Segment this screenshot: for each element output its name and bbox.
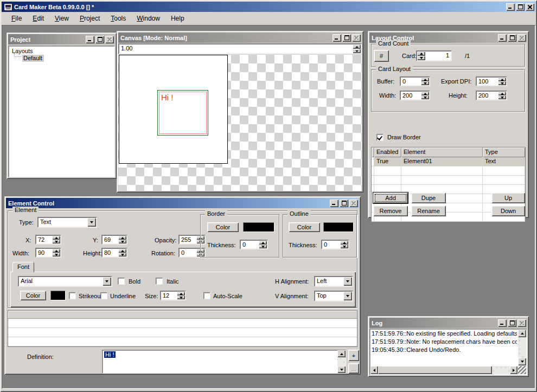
log-maximize-button[interactable]	[508, 319, 516, 327]
definition-scroll-down-button[interactable]	[337, 366, 346, 373]
size-down-button[interactable]	[177, 295, 185, 299]
export-dpi-field[interactable]: 100	[476, 76, 507, 86]
x-field[interactable]: 72	[35, 235, 61, 245]
size-value[interactable]: 12	[161, 292, 177, 299]
definition-scroll-track[interactable]	[337, 357, 346, 366]
outline-thickness-value[interactable]: 0	[322, 241, 340, 248]
main-title-bar[interactable]: Card Maker Beta 0.99.0.0 [] *	[2, 2, 535, 12]
log-minimize-button[interactable]	[498, 319, 507, 327]
layout-maximize-button[interactable]	[508, 34, 516, 42]
opacity-value[interactable]: 255	[180, 236, 196, 243]
tab-font[interactable]: Font	[12, 262, 34, 272]
height-down-button[interactable]	[498, 95, 506, 99]
size-up-button[interactable]	[177, 292, 185, 295]
canvas-maximize-button[interactable]	[342, 34, 351, 42]
project-tree[interactable]: Layouts Default	[8, 46, 115, 177]
menu-window[interactable]: Window	[131, 13, 165, 24]
menu-view[interactable]: View	[49, 13, 74, 24]
font-family-dropdown-button[interactable]	[103, 277, 111, 286]
definition-scrollbar[interactable]	[337, 350, 346, 373]
log-resize-grip[interactable]	[518, 366, 526, 374]
border-color-button[interactable]: Color	[207, 222, 239, 232]
hash-button[interactable]: #	[374, 50, 389, 62]
height-up-button[interactable]	[498, 92, 506, 95]
outline-color-button[interactable]: Color	[289, 222, 320, 232]
outline-thickness-field[interactable]: 0	[321, 240, 349, 249]
x-value[interactable]: 72	[36, 236, 52, 243]
data-list-row[interactable]	[8, 328, 357, 337]
log-horizontal-thumb[interactable]	[378, 366, 492, 374]
buffer-down-button[interactable]	[421, 81, 429, 85]
y-up-button[interactable]	[118, 236, 126, 240]
el-height-field[interactable]: 80	[101, 248, 127, 258]
log-scroll-down-button[interactable]	[518, 358, 526, 365]
project-maximize-button[interactable]	[95, 36, 104, 43]
log-scroll-right-button[interactable]	[510, 366, 517, 374]
project-minimize-button[interactable]	[86, 36, 94, 43]
up-button[interactable]: Up	[491, 192, 525, 203]
element-maximize-button[interactable]	[340, 200, 348, 207]
h-alignment-dropdown-button[interactable]	[343, 277, 352, 286]
cell-enabled[interactable]: True	[374, 157, 401, 166]
el-width-field[interactable]: 90	[35, 248, 61, 258]
log-scroll-up-button[interactable]	[518, 330, 526, 337]
card-preview[interactable]: Hi !	[119, 55, 228, 164]
y-field[interactable]: 69	[101, 235, 127, 245]
border-thickness-value[interactable]: 0	[241, 241, 259, 248]
tree-item-default[interactable]: Default	[22, 55, 44, 62]
grid-header-enabled[interactable]: Enabled	[374, 147, 401, 157]
buffer-field[interactable]: 0	[400, 76, 430, 86]
card-height-field[interactable]: 200	[476, 91, 507, 100]
rename-button[interactable]: Rename	[411, 205, 446, 216]
dpi-down-button[interactable]	[498, 81, 506, 85]
type-dropdown[interactable]: Text	[37, 217, 97, 228]
layout-minimize-button[interactable]	[498, 34, 507, 42]
add-button[interactable]: Add	[373, 192, 408, 203]
y-value[interactable]: 69	[103, 236, 118, 243]
close-button[interactable]	[526, 3, 534, 11]
width-up-button[interactable]	[421, 92, 429, 95]
definition-textarea[interactable]: Hi !	[102, 350, 346, 374]
card-width-field[interactable]: 200	[400, 91, 430, 100]
v-alignment-dropdown[interactable]: Top	[314, 291, 353, 301]
rotation-value[interactable]: 0	[180, 249, 196, 256]
underline-checkbox[interactable]	[100, 292, 107, 299]
dpi-up-button[interactable]	[498, 78, 506, 81]
italic-checkbox[interactable]	[156, 278, 163, 285]
menu-help[interactable]: Help	[165, 13, 190, 24]
cell-element[interactable]: Element01	[401, 157, 483, 166]
width-down-button[interactable]	[421, 95, 429, 99]
grid-header-type[interactable]: Type	[483, 147, 525, 157]
y-down-button[interactable]	[118, 240, 126, 243]
menu-project[interactable]: Project	[74, 13, 105, 24]
dupe-button[interactable]: Dupe	[411, 192, 446, 203]
minimize-button[interactable]	[506, 3, 515, 11]
strikeout-checkbox[interactable]	[69, 292, 76, 299]
outline-thickness-down-button[interactable]	[340, 245, 348, 248]
export-dpi-value[interactable]: 100	[477, 78, 498, 85]
bold-checkbox[interactable]	[118, 278, 125, 285]
log-scroll-left-button[interactable]	[370, 366, 378, 374]
card-number-field[interactable]: 1	[416, 50, 452, 61]
card-width-value[interactable]: 200	[401, 92, 421, 99]
el-width-down-button[interactable]	[52, 253, 60, 256]
border-thickness-up-button[interactable]	[259, 241, 267, 245]
card-height-value[interactable]: 200	[477, 92, 498, 99]
draw-border-checkbox[interactable]	[376, 134, 383, 141]
definition-scroll-up-button[interactable]	[337, 350, 346, 357]
menu-tools[interactable]: Tools	[105, 13, 131, 24]
log-vertical-scrollbar[interactable]	[518, 330, 526, 365]
element-minimize-button[interactable]	[330, 200, 338, 207]
font-color-button[interactable]: Color	[20, 291, 46, 300]
border-thickness-down-button[interactable]	[259, 245, 267, 248]
log-horizontal-scrollbar[interactable]	[370, 366, 517, 374]
element-control-title-bar[interactable]: Element Control	[6, 198, 359, 208]
el-width-up-button[interactable]	[52, 249, 60, 253]
canvas-area[interactable]: Hi !	[118, 55, 362, 191]
zoom-down-button[interactable]	[353, 49, 361, 53]
remove-button[interactable]: Remove	[373, 205, 408, 216]
v-alignment-dropdown-button[interactable]	[343, 292, 352, 300]
grid-empty-row[interactable]	[372, 166, 525, 176]
outline-thickness-up-button[interactable]	[340, 241, 348, 245]
maximize-button[interactable]	[516, 3, 525, 11]
